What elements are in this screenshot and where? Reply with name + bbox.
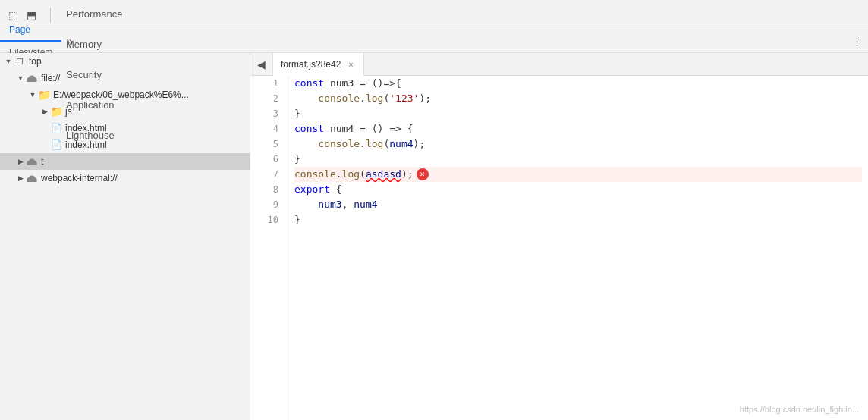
code-area[interactable]: 12345678910 const num3 = ()=>{ console.l… — [250, 76, 868, 420]
sub-tab-page[interactable]: Page — [0, 19, 61, 42]
folder-blue-icon: 📁 — [38, 89, 50, 101]
editor-tab-format-js[interactable]: format.js?8e42 × — [273, 53, 364, 76]
line-number: 1 — [259, 76, 278, 91]
main-toolbar: ⬚ ⬒ ElementsConsoleSourcesNetworkPerform… — [0, 0, 868, 30]
line-number: 3 — [259, 106, 278, 121]
code-line: const num4 = () => { — [294, 121, 862, 136]
punct-token: } — [294, 106, 300, 121]
keyword-token: export — [294, 182, 330, 197]
function-token: console — [318, 91, 360, 106]
tree-item-t[interactable]: ▶ t — [0, 153, 250, 170]
code-editor: ◀ format.js?8e42 × 12345678910 const num… — [250, 53, 868, 420]
punct-token: ); — [419, 91, 431, 106]
tree-label: webpack-internal:// — [41, 173, 118, 183]
punct-token: ( — [383, 91, 389, 106]
punct-token: ( — [383, 136, 389, 152]
tab-lighthouse[interactable]: Lighthouse — [57, 121, 131, 152]
tab-memory[interactable]: Memory — [57, 30, 131, 61]
tab-security[interactable]: Security — [57, 61, 131, 91]
line-number: 6 — [259, 152, 278, 167]
punct-token: . — [360, 136, 366, 152]
punct-token — [294, 91, 318, 106]
function-token: log — [366, 91, 383, 106]
punct-token: ); — [401, 167, 414, 182]
cloud-icon — [26, 172, 38, 184]
cloud-icon — [26, 72, 38, 84]
punct-token: { — [330, 182, 342, 197]
function-token: console — [294, 167, 336, 182]
svg-rect-3 — [27, 80, 37, 82]
code-line: } — [294, 152, 862, 167]
punct-token: } — [294, 152, 300, 167]
code-line: num3, num4 — [294, 197, 862, 212]
editor-tabs: ◀ format.js?8e42 × — [250, 53, 868, 76]
code-line: console.log('123'); — [294, 91, 862, 106]
line-number: 7 — [259, 167, 278, 182]
property-token: num4 — [389, 136, 413, 152]
code-lines: const num3 = ()=>{ console.log('123');}c… — [288, 76, 868, 420]
punct-token: num3 = ()=>{ — [324, 76, 401, 91]
code-line: const num3 = ()=>{ — [294, 76, 862, 91]
code-line: export { — [294, 182, 862, 197]
tree-toggle: ▶ — [15, 173, 26, 183]
tree-toggle: ▼ — [15, 73, 26, 83]
punct-token: . — [336, 167, 342, 182]
code-line: } — [294, 106, 862, 121]
punct-token: } — [294, 212, 300, 227]
editor-tab-close-button[interactable]: × — [345, 59, 356, 70]
error-token: asdasd — [366, 167, 401, 182]
punct-token — [294, 136, 318, 152]
watermark: https://blog.csdn.net/lin_fightin... — [740, 405, 859, 414]
svg-rect-11 — [27, 180, 37, 182]
tree-toggle: ▶ — [39, 106, 50, 117]
tab-performance[interactable]: Performance — [57, 0, 131, 30]
folder-icon: ☐ — [14, 55, 26, 67]
function-token: console — [318, 136, 360, 152]
function-token: log — [366, 136, 383, 152]
keyword-token: const — [294, 121, 324, 136]
tree-toggle: ▶ — [15, 156, 26, 167]
cloud-icon — [26, 155, 38, 168]
svg-rect-7 — [27, 163, 37, 165]
error-icon: ✕ — [417, 168, 429, 180]
punct-token: , — [342, 197, 354, 212]
tree-toggle: ▼ — [3, 56, 14, 67]
string-token: '123' — [389, 91, 419, 106]
punct-token — [294, 197, 318, 212]
punct-token: ); — [414, 136, 426, 152]
line-number: 2 — [259, 91, 278, 106]
tab-application[interactable]: Application — [57, 91, 131, 121]
line-numbers: 12345678910 — [250, 76, 288, 420]
punct-token: ( — [360, 167, 366, 182]
code-line: } — [294, 212, 862, 227]
line-number: 8 — [259, 182, 278, 197]
line-number: 4 — [259, 121, 278, 136]
error-code-line: console.log(asdasd);✕ — [294, 167, 862, 182]
tree-label: t — [41, 156, 43, 167]
function-token: log — [342, 167, 360, 182]
line-number: 9 — [259, 197, 278, 212]
tree-toggle: ▼ — [27, 89, 38, 100]
toolbar-tabs: ElementsConsoleSourcesNetworkPerformance… — [57, 0, 131, 152]
property-token: num3 — [318, 197, 341, 212]
keyword-token: const — [294, 76, 324, 91]
code-line: console.log(num4); — [294, 136, 862, 152]
sidebar-menu-button[interactable]: ⋮ — [846, 36, 868, 47]
punct-token: num4 = () => { — [324, 121, 413, 136]
punct-token: . — [360, 91, 366, 106]
line-number: 10 — [259, 212, 278, 227]
tree-item-webpack-internal[interactable]: ▶ webpack-internal:// — [0, 170, 250, 186]
editor-tab-filename: format.js?8e42 — [281, 59, 341, 70]
property-token: num4 — [354, 197, 377, 212]
line-number: 5 — [259, 136, 278, 152]
tree-label: top — [29, 56, 42, 67]
collapse-navigator-button[interactable]: ◀ — [250, 53, 273, 76]
